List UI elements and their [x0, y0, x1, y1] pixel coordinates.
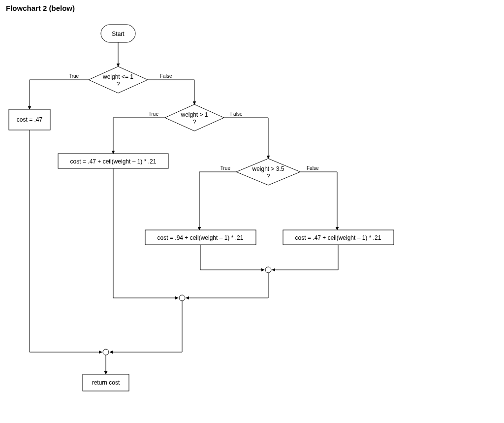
p2-text: cost = .47 + ceil(weight – 1) * .21: [70, 158, 157, 165]
edge-d3-true: [199, 172, 236, 230]
edge-m1-m2: [186, 273, 268, 298]
d3-line1: weight > 3.5: [252, 165, 284, 172]
d2-line2: ?: [193, 119, 196, 126]
edge-d3-false: [300, 172, 337, 230]
edge-d2-false: [224, 118, 268, 159]
d1-line2: ?: [117, 81, 120, 88]
p4-text: cost = .47 + ceil(weight – 1) * .21: [295, 234, 381, 241]
edge-d2-true: [113, 118, 165, 154]
d3-false-label: False: [307, 165, 319, 171]
start-label: Start: [112, 31, 125, 37]
d2-false-label: False: [230, 111, 243, 117]
edge-p3-m1: [200, 245, 264, 270]
return-text: return cost: [92, 379, 120, 386]
edge-d1-false: [148, 80, 194, 104]
d3-line2: ?: [267, 173, 270, 180]
d1-false-label: False: [160, 73, 172, 79]
merge-1: [265, 267, 271, 273]
d2-true-label: True: [149, 111, 159, 117]
d2-line1: weight > 1: [180, 111, 208, 118]
edge-m2-m3: [110, 301, 182, 352]
d1-line1: weight <= 1: [102, 73, 133, 80]
merge-3: [103, 349, 109, 355]
d3-true-label: True: [220, 165, 231, 171]
p3-text: cost = .94 + ceil(weight – 1) * .21: [158, 234, 244, 241]
edge-p4-m1: [272, 245, 338, 270]
edge-d1-true: [30, 80, 89, 109]
p1-text: cost = .47: [17, 116, 43, 123]
d1-true-label: True: [69, 73, 79, 79]
merge-2: [179, 295, 185, 301]
flowchart-svg: Start weight <= 1 ? True False cost = .4…: [0, 0, 504, 423]
